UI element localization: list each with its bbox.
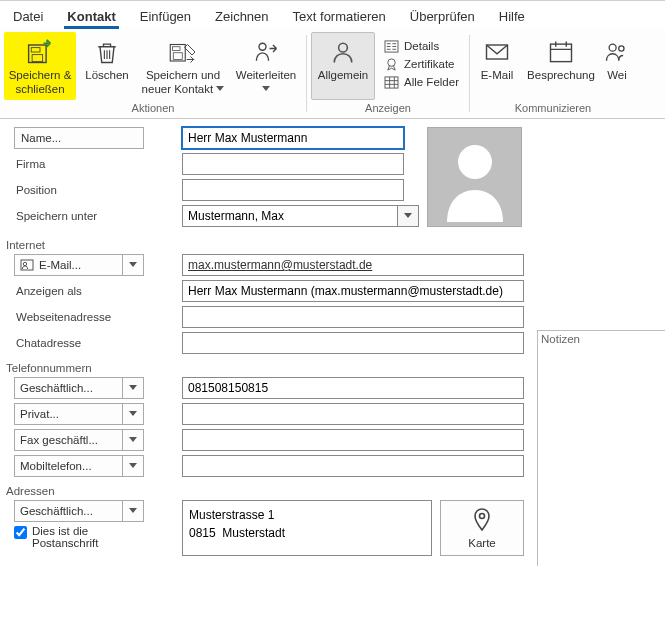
addr-biz-button[interactable]: Geschäftlich... [14,500,122,522]
tab-datei[interactable]: Datei [10,5,46,29]
tel-fax-input[interactable] [182,429,524,451]
position-input[interactable] [182,179,404,201]
tel-mobil-dropdown[interactable] [122,455,144,477]
svg-rect-5 [173,53,182,60]
table-icon [383,75,399,89]
name-input[interactable] [182,127,404,149]
chat-input[interactable] [182,332,524,354]
forward-label: Weiterleiten [233,69,299,97]
tab-hilfe[interactable]: Hilfe [496,5,528,29]
speichern-unter-label: Speichern unter [14,210,144,222]
view-details-label: Details [404,40,439,52]
view-allfields-button[interactable]: Alle Felder [379,74,463,90]
tab-einfuegen[interactable]: Einfügen [137,5,194,29]
more-comm-label: Wei [607,69,627,97]
name-button[interactable]: Name... [14,127,144,149]
map-pin-icon [471,508,493,534]
envelope-icon [481,37,513,67]
map-button[interactable]: Karte [440,500,524,556]
delete-button[interactable]: Löschen [78,32,136,100]
email-type-button[interactable]: E-Mail... [14,254,122,276]
svg-point-14 [619,46,624,51]
postal-checkbox[interactable] [14,526,27,539]
svg-point-6 [259,43,266,50]
tel-priv-button[interactable]: Privat... [14,403,122,425]
meeting-button[interactable]: Besprechung [522,32,600,100]
person-icon [327,37,359,67]
tab-text-formatieren[interactable]: Text formatieren [290,5,389,29]
view-general-label: Allgemein [318,69,369,97]
svg-point-18 [480,513,485,518]
save-close-icon [24,37,56,67]
tab-kontakt[interactable]: Kontakt [64,5,118,29]
more-comm-button[interactable]: Wei [602,32,632,100]
tab-ueberpruefen[interactable]: Überprüfen [407,5,478,29]
chat-label: Chatadresse [14,337,144,349]
speichern-unter-input[interactable] [182,205,397,227]
ribbon-group-anzeigen: Allgemein Details Zertifikate Alle Felde… [307,29,469,118]
tab-zeichnen[interactable]: Zeichnen [212,5,271,29]
view-allfields-label: Alle Felder [404,76,459,88]
svg-point-9 [387,58,394,65]
anzeigen-als-input[interactable] [182,280,524,302]
calendar-icon [545,37,577,67]
tel-mobil-input[interactable] [182,455,524,477]
save-close-button[interactable]: Speichern & schließen [4,32,76,100]
addr-biz-dropdown[interactable] [122,500,144,522]
svg-point-15 [458,145,492,179]
svg-rect-1 [31,48,40,52]
svg-rect-4 [173,47,181,51]
postal-checkbox-label: Dies ist die Postanschrift [32,525,142,549]
tel-biz-button[interactable]: Geschäftlich... [14,377,122,399]
email-input[interactable]: max.mustermann@musterstadt.de [182,254,524,276]
tel-mobil-button[interactable]: Mobiltelefon... [14,455,122,477]
firma-input[interactable] [182,153,404,175]
speichern-unter-dropdown[interactable] [397,205,419,227]
firma-label: Firma [14,158,144,170]
notes-panel[interactable]: Notizen [537,330,665,566]
email-button[interactable]: E-Mail [474,32,520,100]
anzeigen-als-label: Anzeigen als [14,285,144,297]
svg-rect-2 [32,55,43,62]
contact-photo[interactable] [427,127,522,227]
tel-biz-input[interactable] [182,377,524,399]
view-details-button[interactable]: Details [379,38,463,54]
map-button-label: Karte [468,537,496,549]
view-certs-label: Zertifikate [404,58,455,70]
svg-point-17 [23,262,26,265]
address-input[interactable] [182,500,432,556]
email-type-dropdown[interactable] [122,254,144,276]
forward-button[interactable]: Weiterleiten [230,32,302,100]
svg-point-13 [609,44,616,51]
forward-icon [250,37,282,67]
details-icon [383,39,399,53]
tel-biz-dropdown[interactable] [122,377,144,399]
ribbon-group-kommunizieren: E-Mail Besprechung Wei Kommunizieren [470,29,636,118]
ribbon-group-aktionen: Speichern & schließen Löschen Speichern … [0,29,306,118]
postal-checkbox-wrap[interactable]: Dies ist die Postanschrift [14,522,142,549]
view-certs-button[interactable]: Zertifikate [379,56,463,72]
svg-point-7 [339,43,348,52]
ribbon-group-anzeigen-label: Anzeigen [365,100,411,116]
view-sublist: Details Zertifikate Alle Felder [377,32,465,90]
menu-tabs: Datei Kontakt Einfügen Zeichnen Text for… [0,0,665,29]
svg-rect-10 [385,76,398,87]
ribbon: Speichern & schließen Löschen Speichern … [0,29,665,119]
web-label: Webseitenadresse [14,311,144,323]
trash-icon [91,37,123,67]
save-close-label: Speichern & schließen [7,69,73,97]
web-input[interactable] [182,306,524,328]
email-label: E-Mail [481,69,514,97]
ribbon-group-komm-label: Kommunizieren [515,100,591,116]
view-general-button[interactable]: Allgemein [311,32,375,100]
meeting-label: Besprechung [527,69,595,97]
section-internet: Internet [6,239,659,251]
tel-fax-button[interactable]: Fax geschäftl... [14,429,122,451]
tel-priv-dropdown[interactable] [122,403,144,425]
svg-rect-12 [550,44,571,62]
save-new-contact-button[interactable]: Speichern und neuer Kontakt [138,32,228,100]
tel-priv-input[interactable] [182,403,524,425]
people-icon [601,37,633,67]
certificate-icon [383,57,399,71]
tel-fax-dropdown[interactable] [122,429,144,451]
